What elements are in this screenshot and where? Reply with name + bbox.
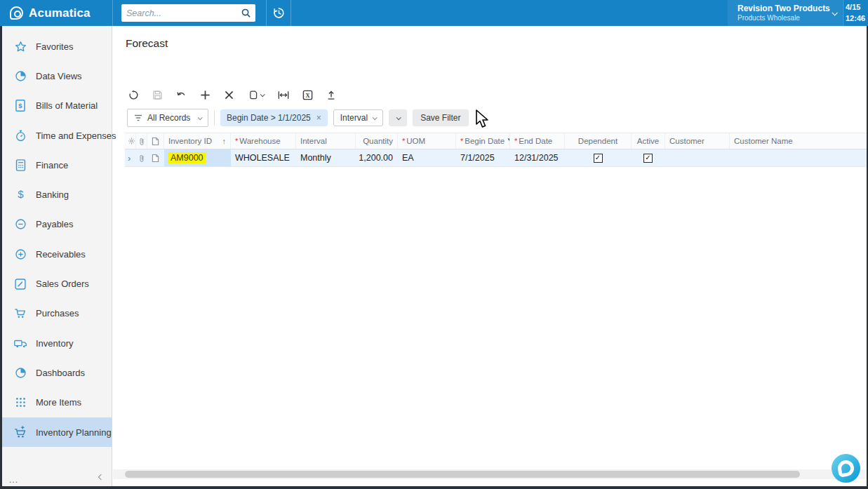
datetime-display[interactable]: 4/15 12:46 xyxy=(846,0,868,26)
column-header-interval[interactable]: Interval xyxy=(296,133,356,149)
circle-plus-icon xyxy=(13,246,28,262)
topbar-divider xyxy=(291,0,291,26)
table-row[interactable]: › AM9000 WHOLESALE Monthly 1,200.00 EA 7… xyxy=(125,149,867,167)
begin-date-filter-chip[interactable]: Begin Date > 1/1/2025 × xyxy=(220,109,328,126)
filter-lines-icon xyxy=(134,114,142,121)
sidebar-item-label: Favorites xyxy=(36,41,73,52)
sidebar-item-bills-of-material[interactable]: $ Bills of Material xyxy=(2,91,112,121)
column-header-customer-name[interactable]: Customer Name xyxy=(730,133,867,149)
column-header-customer[interactable]: Customer xyxy=(665,133,730,149)
records-filter-dropdown[interactable]: All Records xyxy=(127,109,208,127)
sidebar-item-inventory-planning[interactable]: Inventory Planning xyxy=(2,417,112,447)
window-edge xyxy=(0,486,868,489)
sidebar-item-sales-orders[interactable]: Sales Orders xyxy=(2,269,112,298)
cell-interval[interactable]: Monthly xyxy=(296,149,356,166)
add-row-button[interactable] xyxy=(193,85,217,105)
history-button[interactable] xyxy=(267,0,291,26)
save-filter-button[interactable]: Save Filter xyxy=(413,109,468,126)
tenant-selector[interactable]: Revision Two Products Products Wholesale xyxy=(728,0,842,26)
row-expand-button[interactable]: › xyxy=(125,149,136,166)
remove-filter-icon[interactable]: × xyxy=(316,113,321,123)
column-header-uom[interactable]: *UOM xyxy=(398,133,456,149)
row-attachment-button[interactable] xyxy=(136,149,147,166)
active-checkbox[interactable]: ✓ xyxy=(643,154,653,163)
pie-chart-icon xyxy=(13,365,28,380)
sidebar-item-label: Dashboards xyxy=(36,368,85,378)
sidebar-item-favorites[interactable]: Favorites xyxy=(2,32,112,61)
cell-dependent: ✓ xyxy=(565,149,632,166)
cell-quantity[interactable]: 1,200.00 xyxy=(356,149,398,166)
sidebar-item-time-and-expenses[interactable]: Time and Expenses xyxy=(2,121,112,150)
cell-begin-date[interactable]: 7/1/2025 xyxy=(456,149,510,166)
inventory-id-value: AM9000 xyxy=(168,152,206,163)
sidebar-item-label: Time and Expenses xyxy=(36,130,116,141)
main-content: Forecast X All Records Begin Date > 1/1/… xyxy=(113,26,867,486)
export-excel-button[interactable]: X xyxy=(295,85,319,105)
file-icon xyxy=(152,154,159,163)
header-settings-cell[interactable] xyxy=(125,133,136,149)
fit-width-button[interactable] xyxy=(272,85,295,105)
column-header-quantity[interactable]: Quantity xyxy=(356,133,398,149)
sort-asc-icon[interactable]: ↑ xyxy=(222,137,227,145)
header-attachment-cell[interactable] xyxy=(136,133,147,149)
sidebar-item-payables[interactable]: Payables xyxy=(2,210,112,239)
cell-customer-name[interactable] xyxy=(730,149,867,166)
column-header-end-date[interactable]: *End Date xyxy=(510,133,565,149)
filter-expand-button[interactable] xyxy=(389,109,407,126)
sidebar-item-inventory[interactable]: Inventory xyxy=(2,328,112,358)
svg-text:$: $ xyxy=(18,188,24,200)
sidebar: Favorites Data Views $ Bills of Material… xyxy=(2,26,112,486)
acumatica-logo[interactable]: Acumatica xyxy=(10,0,91,26)
cell-inventory-id[interactable]: AM9000 xyxy=(164,149,231,166)
filterbar-divider xyxy=(214,111,215,125)
refresh-button[interactable] xyxy=(121,85,145,105)
sidebar-item-finance[interactable]: Finance xyxy=(2,150,112,180)
chevron-down-icon xyxy=(832,10,837,15)
global-search[interactable] xyxy=(121,4,255,22)
cart-plus-icon xyxy=(13,424,28,440)
chevron-down-icon xyxy=(373,115,378,120)
sidebar-collapse-button[interactable] xyxy=(99,469,103,482)
copy-paste-button[interactable] xyxy=(241,85,272,105)
upload-button[interactable] xyxy=(319,85,343,105)
current-time: 12:46 xyxy=(846,13,868,25)
sidebar-item-receivables[interactable]: Receivables xyxy=(2,239,112,269)
circle-minus-icon xyxy=(13,217,28,232)
filter-more-button[interactable]: ··· xyxy=(474,112,492,123)
x-icon xyxy=(225,91,234,100)
row-notes-button[interactable] xyxy=(147,149,164,166)
horizontal-scrollbar-thumb[interactable] xyxy=(125,471,800,478)
save-button[interactable] xyxy=(145,85,169,105)
sidebar-item-banking[interactable]: $ Banking xyxy=(2,180,112,209)
column-header-inventory-id[interactable]: Inventory ID↑ xyxy=(164,133,231,149)
undo-button[interactable] xyxy=(169,85,193,105)
column-header-begin-date[interactable]: *Begin Date xyxy=(456,133,510,149)
cell-end-date[interactable]: 12/31/2025 xyxy=(510,149,565,166)
forecast-grid: Inventory ID↑ *Warehouse Interval Quanti… xyxy=(125,133,867,167)
sidebar-nav: Favorites Data Views $ Bills of Material… xyxy=(2,26,112,447)
sidebar-item-purchases[interactable]: Purchases xyxy=(2,299,112,328)
required-marker: * xyxy=(460,137,463,145)
pencil-box-icon xyxy=(13,276,28,292)
sidebar-more-dots[interactable]: ... xyxy=(9,475,18,485)
undo-icon xyxy=(175,90,187,100)
search-input[interactable] xyxy=(126,8,241,18)
sidebar-item-dashboards[interactable]: Dashboards xyxy=(2,358,112,387)
delete-row-button[interactable] xyxy=(217,85,241,105)
required-marker: * xyxy=(402,137,405,145)
cell-warehouse[interactable]: WHOLESALE xyxy=(231,149,296,166)
column-header-active[interactable]: Active xyxy=(632,133,665,149)
sidebar-item-data-views[interactable]: Data Views xyxy=(2,61,112,91)
search-icon[interactable] xyxy=(241,8,251,18)
column-header-warehouse[interactable]: *Warehouse xyxy=(231,133,296,149)
column-header-dependent[interactable]: Dependent xyxy=(565,133,632,149)
header-notes-cell[interactable] xyxy=(147,133,164,149)
dollar-icon: $ xyxy=(13,187,28,203)
cell-customer[interactable] xyxy=(665,149,730,166)
dependent-checkbox[interactable]: ✓ xyxy=(594,154,603,163)
cell-uom[interactable]: EA xyxy=(398,149,456,166)
upload-icon xyxy=(326,90,336,100)
interval-filter-chip[interactable]: Interval xyxy=(333,109,383,126)
sidebar-item-more-items[interactable]: More Items xyxy=(2,388,112,417)
assistant-chat-bubble[interactable] xyxy=(832,454,860,483)
